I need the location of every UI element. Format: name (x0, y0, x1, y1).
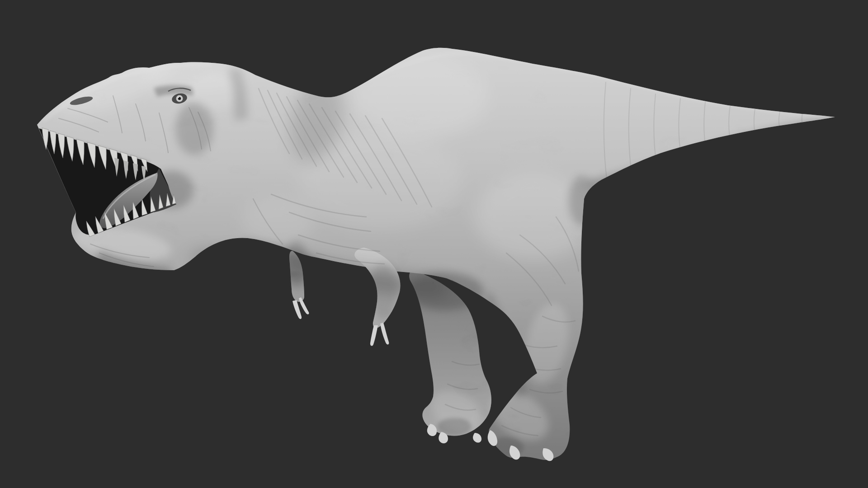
sculpt-render-viewport: Monochrome 3D sculpt render of a Tyranno… (0, 0, 868, 488)
trex-sculpt-image: Monochrome 3D sculpt render of a Tyranno… (0, 0, 868, 488)
eye-highlight (178, 97, 179, 98)
